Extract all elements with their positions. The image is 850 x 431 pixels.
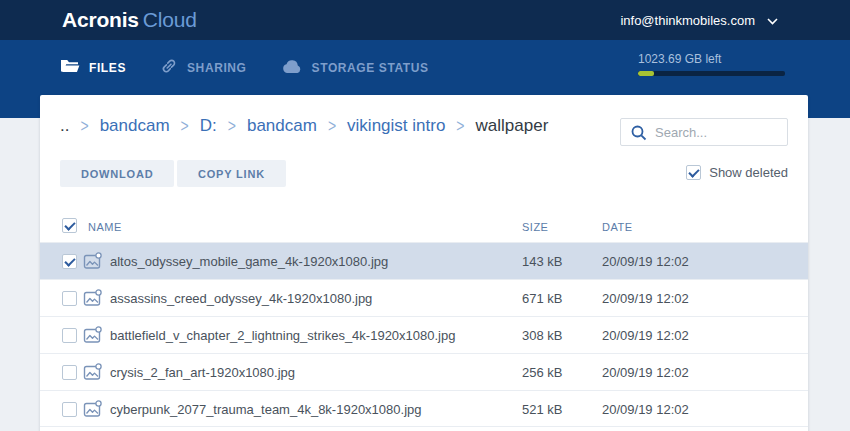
file-name: cyberpunk_2077_trauma_team_4k_8k-1920x10…: [110, 402, 422, 417]
select-all-checkbox[interactable]: [62, 218, 77, 233]
image-file-icon: [83, 363, 103, 385]
row-checkbox[interactable]: [62, 402, 77, 417]
show-deleted-label: Show deleted: [709, 165, 788, 180]
file-date: 20/09/19 12:02: [602, 254, 689, 269]
file-date: 20/09/19 12:02: [602, 328, 689, 343]
table-row[interactable]: assassins_creed_odyssey_4k-1920x1080.jpg…: [40, 279, 808, 316]
logo-brand: Acronis: [62, 8, 139, 31]
breadcrumb-item[interactable]: bandcam: [247, 116, 317, 136]
table-body: altos_odyssey_mobile_game_4k-1920x1080.j…: [40, 242, 808, 427]
download-button[interactable]: DOWNLOAD: [60, 160, 174, 187]
nav-item-files[interactable]: FILES: [60, 58, 126, 77]
top-bar: AcronisCloud info@thinkmobiles.com: [0, 0, 850, 40]
acronis-cloud-page: AcronisCloud info@thinkmobiles.com FILES…: [0, 0, 850, 431]
search-icon: [631, 125, 647, 141]
file-name: assassins_creed_odyssey_4k-1920x1080.jpg: [110, 291, 372, 306]
storage-left-label: 1023.69 GB left: [638, 52, 785, 66]
image-file-icon: [83, 400, 103, 422]
breadcrumb-item: wallpaper: [476, 116, 549, 136]
breadcrumb-separator-icon: >: [228, 116, 236, 136]
breadcrumb-separator-icon: >: [181, 116, 189, 136]
row-checkbox[interactable]: [62, 254, 77, 269]
nav-item-label: STORAGE STATUS: [312, 61, 429, 75]
storage-progress-fill: [638, 71, 654, 76]
search-box: [620, 118, 788, 146]
file-date: 20/09/19 12:02: [602, 291, 689, 306]
table-row[interactable]: cyberpunk_2077_trauma_team_4k_8k-1920x10…: [40, 390, 808, 427]
breadcrumb-item[interactable]: D:: [200, 116, 217, 136]
nav-item-label: FILES: [89, 61, 126, 75]
nav-item-storage-status[interactable]: STORAGE STATUS: [281, 59, 429, 77]
table-header: NAME SIZE DATE: [40, 212, 808, 242]
image-file-icon: [83, 326, 103, 348]
file-name: altos_odyssey_mobile_game_4k-1920x1080.j…: [110, 254, 388, 269]
table-row[interactable]: altos_odyssey_mobile_game_4k-1920x1080.j…: [40, 242, 808, 279]
breadcrumb-item: ..: [60, 116, 69, 136]
chevron-down-icon: [767, 11, 778, 29]
row-checkbox[interactable]: [62, 365, 77, 380]
file-date: 20/09/19 12:02: [602, 402, 689, 417]
file-browser-card: ..>bandcam>D:>bandcam>vikingist intro>wa…: [40, 95, 808, 431]
file-date: 20/09/19 12:02: [602, 365, 689, 380]
file-name: crysis_2_fan_art-1920x1080.jpg: [110, 365, 295, 380]
column-header-size[interactable]: SIZE: [522, 221, 548, 233]
acronis-cloud-logo: AcronisCloud: [62, 8, 197, 32]
file-size: 671 kB: [522, 291, 562, 306]
folder-icon: [60, 58, 80, 77]
column-header-name[interactable]: NAME: [88, 221, 122, 233]
column-header-date[interactable]: DATE: [602, 221, 633, 233]
breadcrumb-item[interactable]: bandcam: [100, 116, 170, 136]
breadcrumb-item[interactable]: vikingist intro: [347, 116, 445, 136]
account-menu[interactable]: info@thinkmobiles.com: [620, 0, 778, 40]
storage-indicator: 1023.69 GB left: [638, 52, 785, 76]
nav-row: FILES SHARING STORAGE STATUS: [60, 40, 429, 95]
breadcrumb: ..>bandcam>D:>bandcam>vikingist intro>wa…: [60, 116, 548, 136]
file-name: battlefield_v_chapter_2_lightning_strike…: [110, 328, 455, 343]
file-size: 308 kB: [522, 328, 562, 343]
file-size: 256 kB: [522, 365, 562, 380]
storage-progress-track: [638, 71, 785, 76]
table-row[interactable]: crysis_2_fan_art-1920x1080.jpg 256 kB 20…: [40, 353, 808, 390]
table-row[interactable]: battlefield_v_chapter_2_lightning_strike…: [40, 316, 808, 353]
file-size: 521 kB: [522, 402, 562, 417]
image-file-icon: [83, 289, 103, 311]
row-checkbox[interactable]: [62, 291, 77, 306]
files-table: NAME SIZE DATE altos_odyssey_mobile_game…: [40, 212, 808, 427]
copy-link-button[interactable]: COPY LINK: [177, 160, 286, 187]
breadcrumb-separator-icon: >: [328, 116, 336, 136]
show-deleted-checkbox[interactable]: [686, 165, 701, 180]
cloud-icon: [281, 59, 303, 77]
show-deleted-toggle[interactable]: Show deleted: [686, 165, 788, 180]
nav-item-sharing[interactable]: SHARING: [160, 57, 247, 78]
breadcrumb-separator-icon: >: [456, 116, 464, 136]
file-size: 143 kB: [522, 254, 562, 269]
link-icon: [160, 57, 178, 78]
row-checkbox[interactable]: [62, 328, 77, 343]
search-input[interactable]: [655, 119, 783, 145]
account-email: info@thinkmobiles.com: [620, 13, 755, 28]
breadcrumb-separator-icon: >: [80, 116, 88, 136]
image-file-icon: [83, 252, 103, 274]
logo-product: Cloud: [143, 8, 197, 31]
nav-item-label: SHARING: [187, 61, 247, 75]
